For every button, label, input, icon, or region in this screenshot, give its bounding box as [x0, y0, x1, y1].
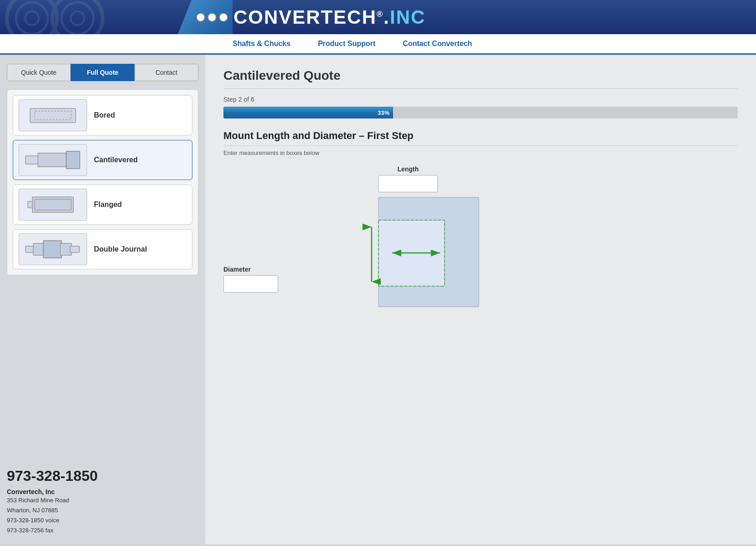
- product-cards-container: Bored Cantilevered: [7, 89, 198, 275]
- phone-fax: 973-328-7256 fax: [7, 525, 198, 536]
- cantilevered-label: Cantilevered: [94, 156, 138, 164]
- contact-info: 973-328-1850 Convertech, Inc 353 Richard…: [7, 456, 198, 536]
- sidebar-tab-full-quote[interactable]: Full Quote: [71, 64, 135, 81]
- nav-tabs: Shafts & Chucks Product Support Contact …: [0, 34, 756, 55]
- step-label: Step 2 of 6: [223, 96, 738, 103]
- sidebar-tab-quick-quote[interactable]: Quick Quote: [7, 64, 71, 81]
- sidebar-tab-contact[interactable]: Contact: [135, 64, 198, 81]
- progress-bar: 33%: [223, 107, 393, 118]
- svg-rect-9: [38, 153, 67, 167]
- sidebar: Quick Quote Full Quote Contact Bored: [0, 55, 205, 545]
- double-journal-image: [19, 233, 87, 265]
- contact-details: 353 Richard Mine Road Wharton, NJ 07885 …: [7, 495, 198, 536]
- svg-point-0: [7, 0, 57, 34]
- flanged-label: Flanged: [94, 201, 122, 209]
- phone-voice: 973-328-1850 voice: [7, 515, 198, 525]
- double-journal-label: Double Journal: [94, 245, 147, 253]
- tab-product-support[interactable]: Product Support: [304, 34, 389, 55]
- section-instructions: Enter measurements in boxes below: [223, 149, 738, 156]
- phone-number: 973-328-1850: [7, 468, 198, 484]
- header: CONVERTECH®.INC: [0, 0, 756, 34]
- measurement-diagram: Length Diameter: [223, 165, 497, 325]
- logo-text: CONVERTECH®.INC: [233, 6, 425, 28]
- svg-rect-8: [26, 156, 39, 164]
- main-layout: Quick Quote Full Quote Contact Bored: [0, 55, 756, 545]
- cantilevered-diagram: [294, 193, 490, 322]
- product-card-flanged[interactable]: Flanged: [13, 185, 192, 225]
- tab-shafts-chucks[interactable]: Shafts & Chucks: [219, 34, 304, 55]
- product-card-cantilevered[interactable]: Cantilevered: [13, 140, 192, 180]
- sidebar-tabs: Quick Quote Full Quote Contact: [7, 64, 198, 81]
- address-line1: 353 Richard Mine Road: [7, 495, 198, 505]
- diameter-field-group: Diameter: [223, 266, 278, 293]
- product-card-bored[interactable]: Bored: [13, 95, 192, 135]
- tab-contact-convertech[interactable]: Contact Convertech: [389, 34, 486, 55]
- product-card-double-journal[interactable]: Double Journal: [13, 229, 192, 269]
- svg-rect-10: [66, 151, 80, 169]
- cantilevered-image: [19, 144, 87, 176]
- progress-text: 33%: [378, 109, 389, 116]
- diameter-label: Diameter: [223, 266, 278, 273]
- svg-point-4: [62, 2, 93, 34]
- company-name: Convertech, Inc: [7, 488, 198, 495]
- svg-point-2: [25, 11, 39, 25]
- length-input[interactable]: [378, 175, 438, 192]
- svg-point-3: [52, 0, 103, 34]
- address-line2: Wharton, NJ 07885: [7, 505, 198, 515]
- svg-point-1: [16, 2, 48, 34]
- length-label: Length: [398, 165, 419, 173]
- content-area: Cantilevered Quote Step 2 of 6 33% Mount…: [205, 55, 756, 545]
- section-heading: Mount Length and Diameter – First Step: [223, 130, 738, 146]
- svg-rect-18: [70, 246, 79, 252]
- flanged-image: [19, 189, 87, 221]
- page-title: Cantilevered Quote: [223, 68, 738, 89]
- svg-rect-16: [43, 241, 62, 258]
- progress-container: 33%: [223, 107, 738, 118]
- bored-image: [19, 99, 87, 131]
- svg-point-5: [71, 11, 84, 25]
- bored-label: Bored: [94, 111, 115, 119]
- diameter-input[interactable]: [223, 275, 278, 293]
- svg-rect-6: [30, 108, 76, 123]
- length-field-group: Length: [378, 165, 438, 192]
